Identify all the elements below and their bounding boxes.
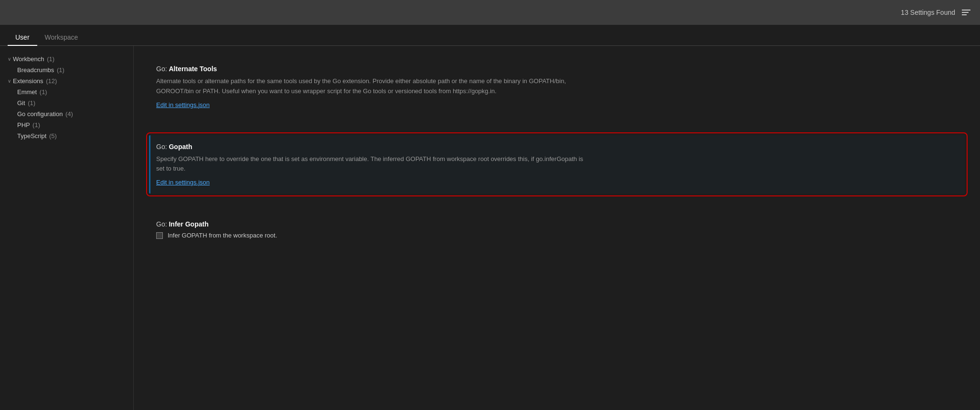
setting-infer-gopath: Go: Infer Gopath Infer GOPATH from the w… xyxy=(149,213,965,247)
infer-gopath-label: Infer GOPATH from the workspace root. xyxy=(168,232,277,239)
chevron-down-icon: ∨ xyxy=(8,78,11,84)
setting-desc-gopath: Specify GOPATH here to override the one … xyxy=(156,154,586,174)
sidebar-item-go-configuration[interactable]: Go configuration (4) xyxy=(0,108,133,119)
chevron-down-icon: ∨ xyxy=(8,56,11,62)
tab-workspace[interactable]: Workspace xyxy=(37,30,86,46)
main-layout: ∨ Workbench (1) Breadcrumbs (1) ∨ Extens… xyxy=(0,46,980,410)
infer-gopath-checkbox[interactable] xyxy=(156,232,163,239)
edit-link-alternate-tools[interactable]: Edit in settings.json xyxy=(156,101,210,108)
setting-title-gopath: Go: Gopath xyxy=(156,143,959,151)
settings-content: Go: Alternate Tools Alternate tools or a… xyxy=(134,46,980,410)
sidebar-item-git[interactable]: Git (1) xyxy=(0,97,133,108)
setting-gopath: Go: Gopath Specify GOPATH here to overri… xyxy=(149,135,965,194)
setting-alternate-tools: Go: Alternate Tools Alternate tools or a… xyxy=(149,57,965,116)
tabs-bar: User Workspace xyxy=(0,25,980,46)
sidebar-item-emmet[interactable]: Emmet (1) xyxy=(0,86,133,97)
sidebar-item-breadcrumbs[interactable]: Breadcrumbs (1) xyxy=(0,65,133,76)
sidebar-item-php[interactable]: PHP (1) xyxy=(0,119,133,130)
sidebar-section-extensions[interactable]: ∨ Extensions (12) xyxy=(0,76,133,86)
search-results-count: 13 Settings Found xyxy=(901,8,972,17)
setting-title-alternate-tools: Go: Alternate Tools xyxy=(156,65,965,73)
filter-icon[interactable] xyxy=(960,8,972,17)
search-input[interactable]: gopath xyxy=(8,8,901,17)
setting-desc-alternate-tools: Alternate tools or alternate paths for t… xyxy=(156,76,586,97)
checkbox-row-infer-gopath: Infer GOPATH from the workspace root. xyxy=(156,232,965,239)
search-bar: gopath 13 Settings Found xyxy=(0,0,980,25)
setting-title-infer-gopath: Go: Infer Gopath xyxy=(156,220,965,228)
sidebar: ∨ Workbench (1) Breadcrumbs (1) ∨ Extens… xyxy=(0,46,134,410)
edit-link-gopath[interactable]: Edit in settings.json xyxy=(156,179,210,186)
sidebar-section-workbench[interactable]: ∨ Workbench (1) xyxy=(0,54,133,65)
tab-user[interactable]: User xyxy=(8,30,37,46)
sidebar-item-typescript[interactable]: TypeScript (5) xyxy=(0,130,133,141)
